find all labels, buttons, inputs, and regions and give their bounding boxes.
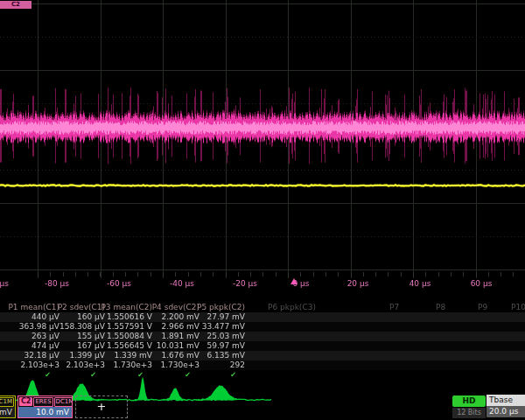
- status-check-icon: ✔: [189, 370, 245, 380]
- time-tick-label: 20 µs: [336, 279, 380, 288]
- measure-header-p10[interactable]: P10: [511, 303, 525, 312]
- c2-volts-per-div: 10.0 mV: [18, 407, 72, 417]
- time-tick-label: 40 µs: [398, 279, 442, 288]
- timebase-descriptor[interactable]: Tbase 20.0 µs: [486, 395, 525, 418]
- hd-bits-label: 12 Bits: [452, 408, 486, 418]
- hd-mode-badge[interactable]: HD: [452, 396, 486, 407]
- measure-column-p5: P5 pkpk(C2) 27.97 mV 33.477 mV 25.03 mV …: [189, 303, 245, 380]
- measure-header-p6[interactable]: P6 pkpk(C3): [268, 303, 316, 312]
- trace-annotation-badge: C2: [0, 1, 32, 9]
- time-tick-label: 60 µs: [459, 279, 503, 288]
- channel-c2-descriptor[interactable]: C2 ERES DC1M 10.0 mV: [18, 396, 73, 418]
- measure-mean: 33.477 mV: [189, 322, 245, 332]
- time-tick-label: -20 µs: [223, 279, 267, 288]
- c1-volts-per-div: 0 mV: [0, 407, 15, 417]
- oscilloscope-screen: C2 -100 µs -80 µs -60 µs -40 µs -20 µs 0…: [0, 0, 525, 420]
- time-tick-label: -100 µs: [0, 279, 16, 288]
- trigger-position-marker[interactable]: [290, 278, 298, 284]
- plus-icon: +: [97, 400, 107, 413]
- time-tick-label: -40 µs: [160, 279, 204, 288]
- channel-c1-descriptor[interactable]: DC1M 0 mV: [0, 396, 16, 418]
- measure-min: 25.03 mV: [189, 332, 245, 341]
- c1-coupling-tag: DC1M: [0, 397, 14, 407]
- timebase-value: 20.0 µs: [486, 406, 525, 417]
- measure-header-p8[interactable]: P8: [436, 303, 445, 312]
- measure-value: 27.97 mV: [189, 312, 245, 322]
- c2-eres-tag: ERES: [33, 397, 52, 407]
- c2-channel-badge: C2: [19, 397, 32, 406]
- add-trace-button[interactable]: +: [75, 396, 128, 418]
- time-tick-label: -60 µs: [97, 279, 141, 288]
- time-tick-label: 0 µs: [279, 279, 323, 288]
- measure-num: 292: [189, 360, 245, 370]
- timebase-label: Tbase: [486, 395, 525, 406]
- measure-max: 59.97 mV: [189, 341, 245, 351]
- time-tick-label: -80 µs: [35, 279, 79, 288]
- measure-header-p9[interactable]: P9: [478, 303, 487, 312]
- c2-coupling-tag: DC1M: [54, 397, 72, 407]
- measure-header-p7[interactable]: P7: [389, 303, 399, 312]
- measure-sdev: 6.135 mV: [189, 351, 245, 360]
- measure-header-p5[interactable]: P5 pkpk(C2): [189, 303, 245, 312]
